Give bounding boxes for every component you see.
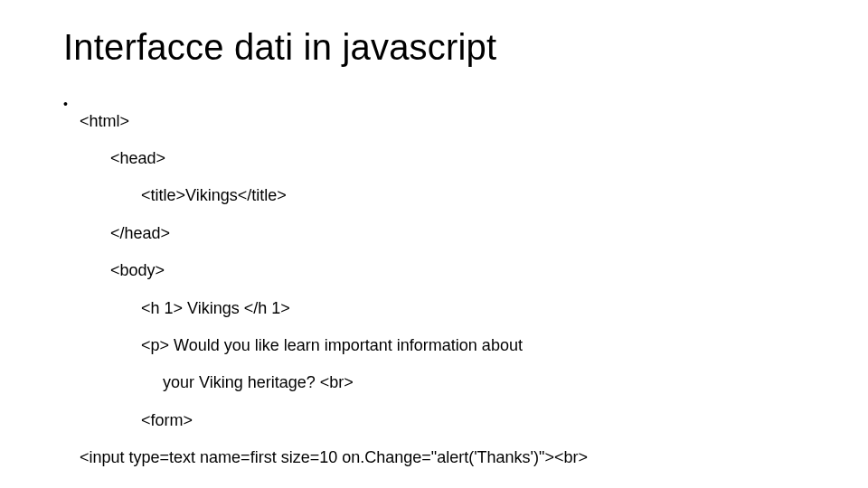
bullet-dot-icon: • — [63, 93, 80, 114]
code-line: <input type=text name=first size=10 on.C… — [80, 448, 597, 467]
slide: Interfacce dati in javascript • <html> <… — [0, 0, 868, 488]
code-line: <p> Would you like learn important infor… — [80, 336, 597, 355]
slide-title: Interfacce dati in javascript — [63, 27, 805, 68]
code-line: </head> — [80, 224, 597, 243]
code-block: <html> <head> <title>Vikings</title> </h… — [80, 93, 597, 488]
code-line: <form> — [80, 411, 597, 430]
code-line: <head> — [80, 149, 597, 168]
code-line: <h 1> Vikings </h 1> — [80, 299, 597, 318]
slide-body: • <html> <head> <title>Vikings</title> <… — [63, 93, 805, 488]
code-line: <html> — [80, 112, 597, 131]
code-line: <body> — [80, 261, 597, 280]
bullet-item: • <html> <head> <title>Vikings</title> <… — [63, 93, 805, 488]
code-line: <title>Vikings</title> — [80, 186, 597, 205]
code-line: your Viking heritage? <br> — [80, 373, 597, 392]
